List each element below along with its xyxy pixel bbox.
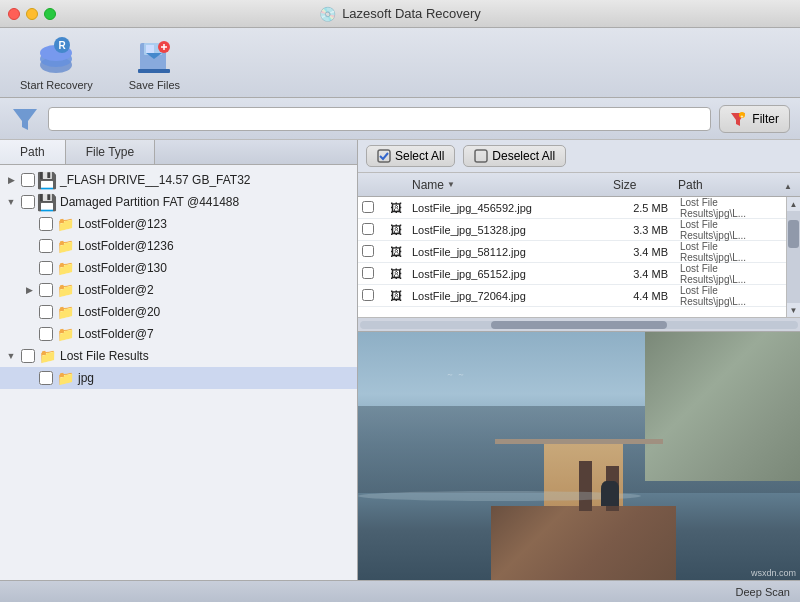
tree-item-lostfolder-7[interactable]: 📁 LostFolder@7 [0,323,357,345]
file-list-scrollbar[interactable]: ▲ ▼ [786,197,800,317]
tab-file-type[interactable]: File Type [66,140,155,164]
tree-item-lostfolder-20[interactable]: 📁 LostFolder@20 [0,301,357,323]
table-row[interactable]: 🖼 LostFile_jpg_58112.jpg 3.4 MB Lost Fil… [358,241,786,263]
file-icon: 🖼 [386,223,408,237]
file-path: Lost FileResults\jpg\L... [676,197,786,219]
expand-arrow[interactable] [4,173,18,187]
tree-checkbox[interactable] [39,239,53,253]
app-title: Lazesoft Data Recovery [342,6,481,21]
tree-label: LostFolder@20 [78,305,160,319]
tree-checkbox[interactable] [21,195,35,209]
title-bar-title: 💿 Lazesoft Data Recovery [319,6,481,22]
filter-label: Filter [752,112,779,126]
minimize-button[interactable] [26,8,38,20]
h-scroll-thumb[interactable] [491,321,666,329]
search-bar: + Filter [0,98,800,140]
file-table-body[interactable]: 🖼 LostFile_jpg_456592.jpg 2.5 MB Lost Fi… [358,197,786,317]
status-bar: Deep Scan [0,580,800,602]
svg-rect-9 [138,69,170,73]
tree-item-lostfolder-130[interactable]: 📁 LostFolder@130 [0,257,357,279]
row-checkbox[interactable] [362,267,374,279]
col-path-header[interactable]: Path [674,178,784,192]
row-checkbox[interactable] [362,289,374,301]
search-funnel-icon [10,104,40,134]
filter-button[interactable]: + Filter [719,105,790,133]
row-checkbox[interactable] [362,201,374,213]
svg-rect-18 [475,150,487,162]
save-files-icon [134,35,174,75]
tree-item-lost-file-results[interactable]: 📁 Lost File Results [0,345,357,367]
file-icon: 🖼 [386,289,408,303]
file-list-h-scrollbar[interactable] [358,317,800,331]
table-row[interactable]: 🖼 LostFile_jpg_51328.jpg 3.3 MB Lost Fil… [358,219,786,241]
col-size-header[interactable]: Size [609,178,674,192]
tree-checkbox[interactable] [21,349,35,363]
row-checkbox[interactable] [362,245,374,257]
tree-item-lostfolder-2[interactable]: 📁 LostFolder@2 [0,279,357,301]
file-size: 3.4 MB [611,268,676,280]
toolbar: R Start Recovery Save Files [0,28,800,98]
tree-checkbox[interactable] [39,305,53,319]
app-icon: 💿 [319,6,336,22]
scroll-down-arrow[interactable]: ▼ [787,303,801,317]
right-col-container: Select All Deselect All Name ▼ Size [358,140,800,580]
traffic-lights[interactable] [8,8,56,20]
expand-arrow[interactable] [4,195,18,209]
table-header: Name ▼ Size Path ▲ [358,173,800,197]
table-row[interactable]: 🖼 LostFile_jpg_72064.jpg 4.4 MB Lost Fil… [358,285,786,307]
search-input[interactable] [48,107,711,131]
folder-icon: 📁 [56,215,74,233]
file-size: 4.4 MB [611,290,676,302]
tree-label: jpg [78,371,94,385]
tree-label: Damaged Partition FAT @441488 [60,195,239,209]
tree-label: Lost File Results [60,349,149,363]
start-recovery-button[interactable]: R Start Recovery [12,31,101,95]
tree-label: LostFolder@7 [78,327,154,341]
scroll-up-arrow[interactable]: ▲ [787,197,801,211]
tree-item-jpg[interactable]: 📁 jpg [0,367,357,389]
left-panel: Path File Type 💾 _FLASH DRIVE__14.57 GB_… [0,140,358,580]
folder-icon: 📁 [56,281,74,299]
table-row[interactable]: 🖼 LostFile_jpg_456592.jpg 2.5 MB Lost Fi… [358,197,786,219]
save-files-label: Save Files [129,79,180,91]
size-col-label: Size [613,178,636,192]
main-area: Path File Type 💾 _FLASH DRIVE__14.57 GB_… [0,140,800,580]
expand-arrow[interactable] [22,283,36,297]
select-all-icon [377,149,391,163]
file-path: Lost FileResults\jpg\L... [676,285,786,307]
file-icon: 🖼 [386,201,408,215]
tree-checkbox[interactable] [21,173,35,187]
tree-item-flash-drive[interactable]: 💾 _FLASH DRIVE__14.57 GB_FAT32 [0,169,357,191]
tree-area[interactable]: 💾 _FLASH DRIVE__14.57 GB_FAT32 💾 Damaged… [0,165,357,580]
file-name: LostFile_jpg_72064.jpg [408,290,611,302]
expand-arrow[interactable] [4,349,18,363]
deselect-all-button[interactable]: Deselect All [463,145,566,167]
h-scroll-track[interactable] [360,321,798,329]
file-icon: 🖼 [386,267,408,281]
tab-path[interactable]: Path [0,140,66,164]
select-all-button[interactable]: Select All [366,145,455,167]
save-files-button[interactable]: Save Files [121,31,188,95]
preview-area: ～ ～ wsxdn.com [358,331,800,580]
tree-checkbox[interactable] [39,217,53,231]
col-name-header[interactable]: Name ▼ [408,178,609,192]
row-checkbox[interactable] [362,223,374,235]
scroll-track[interactable] [787,211,800,303]
tree-checkbox[interactable] [39,283,53,297]
table-row[interactable]: 🖼 LostFile_jpg_65152.jpg 3.4 MB Lost Fil… [358,263,786,285]
close-button[interactable] [8,8,20,20]
tree-item-lostfolder-123[interactable]: 📁 LostFolder@123 [0,213,357,235]
file-list-and-preview: Name ▼ Size Path ▲ [358,173,800,580]
tree-label: _FLASH DRIVE__14.57 GB_FAT32 [60,173,251,187]
tree-checkbox[interactable] [39,371,53,385]
file-table-body-container: 🖼 LostFile_jpg_456592.jpg 2.5 MB Lost Fi… [358,197,800,317]
col-scroll-header: ▲ [784,178,800,192]
scroll-thumb[interactable] [788,220,799,248]
tree-item-lostfolder-1236[interactable]: 📁 LostFolder@1236 [0,235,357,257]
file-icon: 🖼 [386,245,408,259]
tree-checkbox[interactable] [39,327,53,341]
tree-checkbox[interactable] [39,261,53,275]
folder-icon: 📁 [56,303,74,321]
maximize-button[interactable] [44,8,56,20]
tree-item-damaged-partition[interactable]: 💾 Damaged Partition FAT @441488 [0,191,357,213]
